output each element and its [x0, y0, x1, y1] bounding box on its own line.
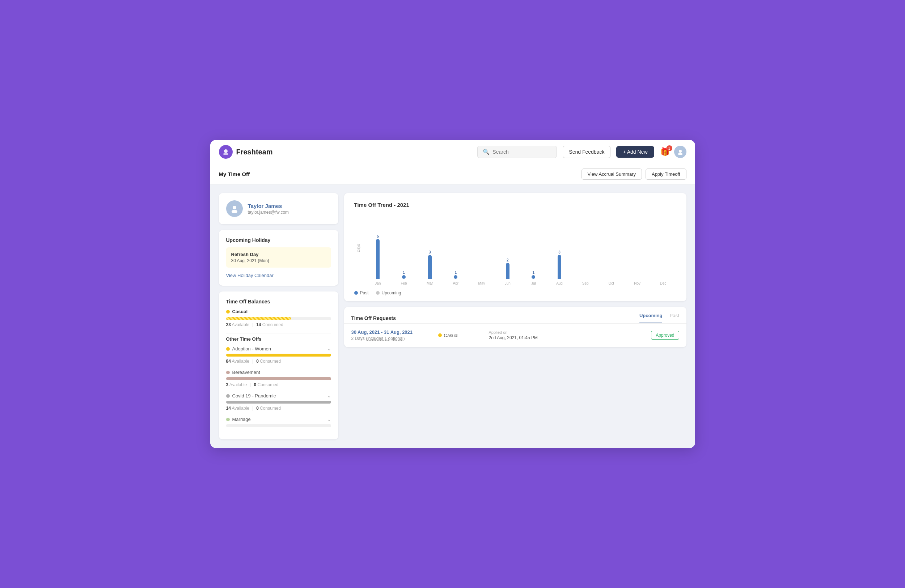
upcoming-holiday-title: Upcoming Holiday [226, 237, 331, 243]
requests-tabs: Upcoming Past [640, 313, 679, 323]
notification-badge: 1 [667, 145, 672, 151]
other-item-header: Adoption - Women ⌄ [226, 346, 331, 352]
requests-header: Time Off Requests Upcoming Past [344, 307, 686, 324]
chart-col-apr: 1 [443, 221, 469, 279]
bar-value: 3 [429, 250, 431, 254]
view-holiday-calendar-link[interactable]: View Holiday Calendar [226, 273, 273, 278]
status-badge: Approved [651, 331, 679, 339]
page-title: My Time Off [219, 171, 250, 177]
sub-header: My Time Off View Accrual Summary Apply T… [210, 164, 695, 184]
legend-upcoming: Upcoming [376, 290, 401, 295]
chart-col-may [468, 221, 495, 279]
chart-col-jun: 2 [495, 221, 521, 279]
chart-col-mar: 3 [417, 221, 443, 279]
month-label-jun: Jun [495, 281, 521, 285]
casual-progress-fill [226, 317, 291, 320]
search-bar[interactable]: 🔍 [477, 146, 557, 158]
month-label-aug: Aug [546, 281, 572, 285]
chart-months: JanFebMarAprMayJunJulAugSepOctNovDec [354, 281, 676, 285]
balance-numbers: 84 Available | 0 Consumed [226, 359, 331, 364]
item-progress-bar [226, 424, 331, 427]
search-icon: 🔍 [483, 149, 490, 155]
view-accrual-summary-button[interactable]: View Accrual Summary [581, 168, 642, 180]
trend-card: Time Off Trend - 2021 Days 5 1 3 1 2 1 3 [344, 193, 686, 301]
casual-label: Casual [226, 309, 331, 314]
logo-icon [219, 145, 233, 159]
search-input[interactable] [492, 149, 551, 155]
other-item: Bereavement 3 Available | 0 Consumed [226, 369, 331, 387]
other-item-label: Covid 19 - Pandemic [226, 393, 276, 398]
item-progress-bar [226, 377, 331, 380]
chart-area: Days 5 1 3 1 2 1 3 [354, 221, 676, 279]
other-item-label: Adoption - Women [226, 346, 271, 352]
item-progress-bar [226, 401, 331, 404]
month-label-nov: Nov [624, 281, 650, 285]
item-progress-fill [226, 353, 331, 357]
svg-point-5 [232, 210, 237, 213]
casual-progress-bar [226, 317, 331, 320]
balances-title: Time Off Balances [226, 299, 331, 304]
other-item-header: Bereavement [226, 369, 331, 375]
svg-point-0 [224, 149, 228, 153]
svg-point-4 [233, 206, 236, 209]
item-dot [226, 347, 230, 351]
month-label-may: May [468, 281, 495, 285]
tab-past[interactable]: Past [669, 313, 679, 323]
chevron-down-icon[interactable]: ⌄ [327, 393, 331, 398]
sub-header-actions: View Accrual Summary Apply Timeoff [581, 168, 686, 180]
tab-upcoming[interactable]: Upcoming [640, 313, 662, 323]
other-item-label: Marriage [226, 417, 251, 422]
chart-col-dec [650, 221, 676, 279]
month-label-feb: Feb [391, 281, 417, 285]
content-area: Taylor James taylor.james@fw.com Upcomin… [210, 184, 695, 448]
item-dot [226, 394, 230, 398]
chart-col-oct [599, 221, 624, 279]
send-feedback-button[interactable]: Send Feedback [563, 146, 610, 158]
other-item-header: Marriage ⌄ [226, 417, 331, 422]
request-type: Casual [438, 333, 482, 338]
trend-divider [354, 214, 676, 214]
user-avatar[interactable] [674, 146, 686, 158]
holiday-box: Refresh Day 30 Aug, 2021 (Mon) [226, 247, 331, 268]
request-days-info: 2 Days (includes 1 optional) [351, 336, 431, 341]
apply-timeoff-button[interactable]: Apply Timeoff [646, 168, 686, 180]
bar-value: 3 [558, 250, 560, 254]
chart-col-feb: 1 [391, 221, 417, 279]
add-new-button[interactable]: + Add New [616, 146, 654, 158]
legend-past-dot [354, 291, 358, 295]
chart-col-aug: 3 [546, 221, 572, 279]
item-progress-fill [226, 377, 331, 380]
gift-icon-wrap[interactable]: 🎁 1 [660, 147, 670, 157]
requests-title: Time Off Requests [351, 315, 396, 321]
dot-marker [402, 275, 406, 279]
chevron-down-icon[interactable]: ⌄ [327, 346, 331, 352]
item-dot [226, 418, 230, 421]
applied-on-label: Applied on [489, 330, 644, 334]
holiday-name: Refresh Day [231, 252, 326, 257]
logo-area: Freshteam [219, 145, 273, 159]
profile-info: Taylor James taylor.james@fw.com [248, 203, 289, 215]
bar-fill [428, 255, 432, 279]
month-label-jan: Jan [365, 281, 391, 285]
profile-name: Taylor James [248, 203, 289, 209]
request-applied: Applied on 2nd Aug, 2021, 01:45 PM [489, 330, 644, 340]
header-icons: 🎁 1 [660, 146, 686, 158]
month-label-mar: Mar [417, 281, 443, 285]
other-item-label: Bereavement [226, 369, 260, 375]
chart-col-nov [624, 221, 650, 279]
other-item: Adoption - Women ⌄ 84 Available | 0 Cons… [226, 346, 331, 364]
other-item: Marriage ⌄ [226, 417, 331, 427]
profile-email: taylor.james@fw.com [248, 210, 289, 215]
bar-value: 5 [377, 235, 379, 238]
chevron-down-icon[interactable]: ⌄ [327, 417, 331, 422]
request-date-range: 30 Aug, 2021 - 31 Aug, 2021 [351, 330, 431, 335]
applied-on-value: 2nd Aug, 2021, 01:45 PM [489, 335, 644, 340]
bar-value: 1 [403, 271, 405, 274]
svg-point-3 [678, 152, 683, 155]
time-off-balances-card: Time Off Balances Casual 23 Available | … [219, 292, 338, 439]
other-item-header: Covid 19 - Pandemic ⌄ [226, 393, 331, 398]
bar-fill [376, 239, 379, 279]
casual-dot [226, 310, 230, 314]
requests-card: Time Off Requests Upcoming Past 30 Aug, … [344, 307, 686, 347]
other-time-offs-title: Other Time Offs [226, 336, 331, 342]
